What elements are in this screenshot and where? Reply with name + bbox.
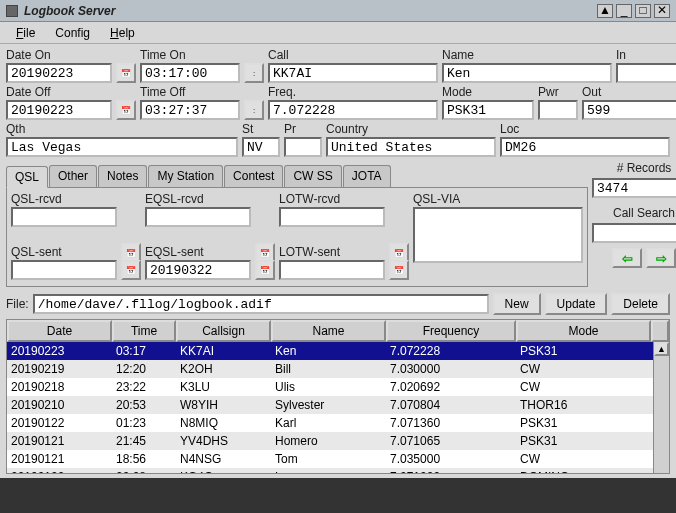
input-qsl-rcvd[interactable]	[11, 207, 117, 227]
tab-jota[interactable]: JOTA	[343, 165, 391, 187]
table-row[interactable]: 2019021912:20K2OHBill7.030000CW	[7, 360, 669, 378]
input-pwr[interactable]	[538, 100, 578, 120]
col-mode[interactable]: Mode	[516, 320, 651, 342]
label-freq: Freq.	[268, 85, 438, 99]
label-lotw-rcvd: LOTW-rcvd	[279, 192, 385, 206]
cell-date: 20190219	[7, 361, 112, 377]
col-name[interactable]: Name	[271, 320, 386, 342]
update-button[interactable]: Update	[545, 293, 608, 315]
input-qth[interactable]	[6, 137, 238, 157]
cell-name: Ulis	[271, 379, 386, 395]
table-row[interactable]: 2019012020:28KG4QLarry7.071000DOMINO	[7, 468, 669, 473]
cell-name: Tom	[271, 451, 386, 467]
cell-frequency: 7.071000	[386, 469, 516, 473]
label-call-search: Call Search	[592, 206, 676, 220]
input-country[interactable]	[326, 137, 496, 157]
calendar-eqsl-sent[interactable]: 📅	[255, 260, 275, 280]
time-colon-button-off[interactable]: :	[244, 100, 264, 120]
window-maximize-button[interactable]: □	[635, 4, 651, 18]
menu-file[interactable]: File	[6, 24, 45, 42]
window-shade-button[interactable]: ▲	[597, 4, 613, 18]
window-minimize-button[interactable]: _	[616, 4, 632, 18]
cell-callsign: N4NSG	[176, 451, 271, 467]
cell-name: Sylvester	[271, 397, 386, 413]
input-filepath[interactable]	[33, 294, 489, 314]
tab-notes[interactable]: Notes	[98, 165, 147, 187]
input-loc[interactable]	[500, 137, 670, 157]
col-frequency[interactable]: Frequency	[386, 320, 516, 342]
input-lotw-sent[interactable]	[279, 260, 385, 280]
cell-name: Larry	[271, 469, 386, 473]
tab-contest[interactable]: Contest	[224, 165, 283, 187]
cell-frequency: 7.020692	[386, 379, 516, 395]
calendar-date-off[interactable]: 📅	[116, 100, 136, 120]
label-out: Out	[582, 85, 676, 99]
input-time-on[interactable]	[140, 63, 240, 83]
label-date-off: Date Off	[6, 85, 112, 99]
cell-mode: DOMINO	[516, 469, 651, 473]
search-prev-button[interactable]: ⇦	[612, 248, 642, 268]
input-records[interactable]	[592, 178, 676, 198]
input-pr[interactable]	[284, 137, 322, 157]
menu-config[interactable]: Config	[45, 24, 100, 42]
cell-callsign: K3LU	[176, 379, 271, 395]
cell-frequency: 7.035000	[386, 451, 516, 467]
cell-time: 20:53	[112, 397, 176, 413]
delete-button[interactable]: Delete	[611, 293, 670, 315]
label-qsl-sent: QSL-sent	[11, 245, 117, 259]
label-pr: Pr	[284, 122, 322, 136]
table-row[interactable]: 2019022303:17KK7AIKen7.072228PSK31	[7, 342, 669, 360]
table-row[interactable]: 2019012118:56N4NSGTom7.035000CW	[7, 450, 669, 468]
col-date[interactable]: Date	[7, 320, 112, 342]
cell-time: 18:56	[112, 451, 176, 467]
input-name[interactable]	[442, 63, 612, 83]
vertical-scrollbar[interactable]: ▲	[653, 342, 669, 473]
input-eqsl-rcvd[interactable]	[145, 207, 251, 227]
input-qsl-sent[interactable]	[11, 260, 117, 280]
tab-cwss[interactable]: CW SS	[284, 165, 341, 187]
cell-name: Bill	[271, 361, 386, 377]
cell-date: 20190121	[7, 451, 112, 467]
input-qsl-via[interactable]	[413, 207, 583, 263]
table-row[interactable]: 2019012121:45YV4DHSHomero7.071065PSK31	[7, 432, 669, 450]
input-freq[interactable]	[268, 100, 438, 120]
input-mode[interactable]	[442, 100, 534, 120]
table-row[interactable]: 2019021020:53W8YIHSylvester7.070804THOR1…	[7, 396, 669, 414]
label-loc: Loc	[500, 122, 670, 136]
input-time-off[interactable]	[140, 100, 240, 120]
label-st: St	[242, 122, 280, 136]
input-call[interactable]	[268, 63, 438, 83]
table-row[interactable]: 2019021823:22K3LUUlis7.020692CW	[7, 378, 669, 396]
cell-time: 20:28	[112, 469, 176, 473]
input-call-search[interactable]	[592, 223, 676, 243]
cell-date: 20190120	[7, 469, 112, 473]
input-eqsl-sent[interactable]	[145, 260, 251, 280]
cell-frequency: 7.072228	[386, 343, 516, 359]
col-callsign[interactable]: Callsign	[176, 320, 271, 342]
cell-frequency: 7.070804	[386, 397, 516, 413]
tab-mystation[interactable]: My Station	[148, 165, 223, 187]
input-lotw-rcvd[interactable]	[279, 207, 385, 227]
calendar-date-on[interactable]: 📅	[116, 63, 136, 83]
tab-qsl[interactable]: QSL	[6, 166, 48, 188]
calendar-qsl-sent[interactable]: 📅	[121, 260, 141, 280]
input-out[interactable]	[582, 100, 676, 120]
input-in[interactable]	[616, 63, 676, 83]
input-date-off[interactable]	[6, 100, 112, 120]
menu-help[interactable]: Help	[100, 24, 145, 42]
table-row[interactable]: 2019012201:23N8MIQKarl7.071360PSK31	[7, 414, 669, 432]
new-button[interactable]: New	[493, 293, 541, 315]
window-close-button[interactable]: ✕	[654, 4, 670, 18]
table-body: 2019022303:17KK7AIKen7.072228PSK31201902…	[7, 342, 669, 473]
time-colon-button-on[interactable]: :	[244, 63, 264, 83]
input-st[interactable]	[242, 137, 280, 157]
scroll-up-button[interactable]: ▲	[654, 342, 669, 356]
cell-name: Karl	[271, 415, 386, 431]
label-eqsl-rcvd: EQSL-rcvd	[145, 192, 251, 206]
col-time[interactable]: Time	[112, 320, 176, 342]
calendar-lotw-sent[interactable]: 📅	[389, 260, 409, 280]
cell-callsign: K2OH	[176, 361, 271, 377]
search-next-button[interactable]: ⇨	[646, 248, 676, 268]
tab-other[interactable]: Other	[49, 165, 97, 187]
input-date-on[interactable]	[6, 63, 112, 83]
